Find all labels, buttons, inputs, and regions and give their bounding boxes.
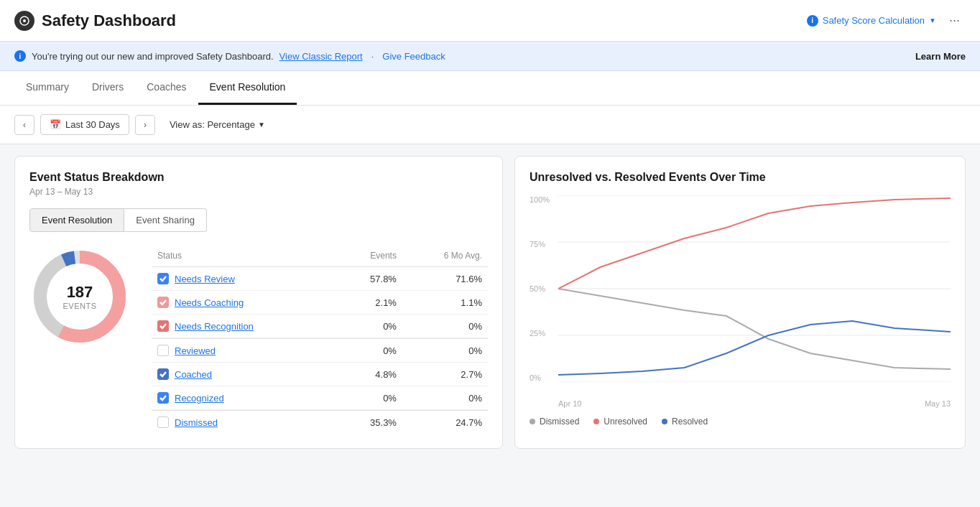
events-cell: 35.3% [337, 411, 402, 434]
banner-separator: · [371, 51, 374, 62]
table-row: Needs Review 57.8% 71.6% [152, 267, 488, 291]
prev-arrow[interactable]: ‹ [14, 115, 34, 135]
checkbox-dismissed[interactable] [157, 417, 169, 428]
logo-icon [14, 11, 34, 31]
view-as-button[interactable]: View as: Percentage ▼ [161, 115, 274, 134]
table-row: Dismissed 35.3% 24.7% [152, 411, 488, 434]
chart-legend: Dismissed Unresolved Resolved [530, 417, 951, 427]
x-axis-labels: Apr 10 May 13 [558, 399, 951, 408]
tab-coaches[interactable]: Coaches [135, 71, 198, 105]
svg-point-1 [23, 19, 26, 22]
checkbox-reviewed[interactable] [157, 345, 169, 356]
legend-unresolved-label: Unresolved [604, 417, 647, 427]
panel-subtitle: Apr 13 – May 13 [29, 187, 488, 197]
panel-title: Event Status Breakdown [29, 171, 488, 184]
avg-cell: 1.1% [402, 291, 488, 315]
x-label-start: Apr 10 [558, 399, 581, 408]
reviewed-link[interactable]: Reviewed [175, 345, 216, 356]
line-chart-svg [558, 195, 951, 382]
right-panel: Unresolved vs. Resolved Events Over Time… [514, 156, 966, 449]
header-left: Safety Dashboard [14, 11, 176, 31]
avg-cell: 0% [402, 386, 488, 410]
checkbox-needs-coaching[interactable] [157, 297, 169, 308]
chart-inner [558, 195, 951, 382]
col-status: Status [152, 246, 337, 267]
needs-review-link[interactable]: Needs Review [175, 274, 235, 284]
date-range-button[interactable]: 📅 Last 30 Days [40, 114, 129, 135]
checkbox-recognized[interactable] [157, 392, 169, 404]
y-label-50: 50% [530, 284, 555, 293]
nav-tabs: Summary Drivers Coaches Event Resolution [0, 71, 980, 106]
dismissed-dot [530, 419, 535, 424]
table-row: Reviewed 0% 0% [152, 339, 488, 363]
events-cell: 4.8% [337, 363, 402, 386]
donut-chart: 187 EVENTS [29, 246, 130, 347]
view-classic-report-link[interactable]: View Classic Report [279, 51, 363, 62]
view-as-label: View as: Percentage [170, 119, 255, 130]
events-cell: 57.8% [337, 267, 402, 291]
unresolved-dot [593, 419, 599, 424]
breakdown-content: 187 EVENTS Status Events 6 Mo Avg. [29, 246, 488, 434]
coached-link[interactable]: Coached [175, 369, 212, 380]
avg-cell: 24.7% [402, 411, 488, 434]
table-row: Needs Coaching 2.1% 1.1% [152, 291, 488, 315]
sub-tabs: Event Resolution Event Sharing [29, 208, 488, 232]
y-axis-labels: 100% 75% 50% 25% 0% [530, 195, 555, 382]
checkbox-needs-review[interactable] [157, 273, 169, 284]
needs-recognition-link[interactable]: Needs Recognition [175, 321, 254, 332]
header-right: i Safety Score Calculation ▼ ··· [807, 10, 966, 31]
avg-cell: 2.7% [402, 363, 488, 386]
events-cell: 0% [337, 315, 402, 338]
chart-title: Unresolved vs. Resolved Events Over Time [530, 171, 951, 184]
view-as-chevron: ▼ [258, 121, 265, 129]
events-cell: 0% [337, 339, 402, 363]
next-arrow[interactable]: › [135, 115, 155, 135]
status-cell: Needs Recognition [152, 315, 337, 338]
give-feedback-link[interactable]: Give Feedback [382, 51, 445, 62]
status-cell: Needs Coaching [152, 291, 337, 315]
left-panel: Event Status Breakdown Apr 13 – May 13 E… [14, 156, 503, 449]
needs-coaching-link[interactable]: Needs Coaching [175, 297, 244, 308]
sub-tab-event-resolution[interactable]: Event Resolution [29, 208, 124, 232]
status-cell: Coached [152, 363, 337, 386]
status-table-container: Status Events 6 Mo Avg. [152, 246, 488, 434]
main-content: Event Status Breakdown Apr 13 – May 13 E… [0, 144, 980, 460]
y-label-75: 75% [530, 240, 555, 248]
safety-score-button[interactable]: i Safety Score Calculation ▼ [807, 15, 936, 27]
toolbar: ‹ 📅 Last 30 Days › View as: Percentage ▼ [0, 106, 980, 144]
calendar-icon: 📅 [50, 119, 61, 130]
banner-left: i You're trying out our new and improved… [14, 50, 445, 62]
banner-text: You're trying out our new and improved S… [32, 51, 274, 62]
y-label-0: 0% [530, 373, 555, 382]
status-cell: Dismissed [152, 411, 337, 434]
safety-score-label: Safety Score Calculation [823, 15, 925, 26]
table-row: Needs Recognition 0% 0% [152, 315, 488, 338]
checkbox-coached[interactable] [157, 368, 169, 380]
legend-dismissed: Dismissed [530, 417, 579, 427]
legend-dismissed-label: Dismissed [540, 417, 579, 427]
three-dot-menu[interactable]: ··· [943, 10, 966, 31]
learn-more-button[interactable]: Learn More [915, 51, 966, 62]
status-cell: Recognized [152, 386, 337, 410]
sub-tab-event-sharing[interactable]: Event Sharing [124, 208, 207, 232]
recognized-link[interactable]: Recognized [175, 393, 224, 404]
chevron-down-icon: ▼ [929, 17, 936, 24]
tab-event-resolution[interactable]: Event Resolution [198, 71, 297, 105]
avg-cell: 0% [402, 315, 488, 338]
banner-info-icon: i [14, 50, 26, 62]
tab-summary[interactable]: Summary [14, 71, 80, 105]
page-title: Safety Dashboard [42, 11, 176, 30]
table-row: Recognized 0% 0% [152, 386, 488, 410]
y-label-25: 25% [530, 329, 555, 338]
checkbox-needs-recognition[interactable] [157, 320, 169, 332]
header: Safety Dashboard i Safety Score Calculat… [0, 0, 980, 42]
avg-cell: 71.6% [402, 267, 488, 291]
donut-label: EVENTS [63, 302, 96, 310]
events-cell: 2.1% [337, 291, 402, 315]
dismissed-link[interactable]: Dismissed [175, 417, 218, 428]
banner: i You're trying out our new and improved… [0, 42, 980, 71]
events-cell: 0% [337, 386, 402, 410]
info-icon: i [807, 15, 818, 27]
table-row: Coached 4.8% 2.7% [152, 363, 488, 386]
tab-drivers[interactable]: Drivers [80, 71, 135, 105]
